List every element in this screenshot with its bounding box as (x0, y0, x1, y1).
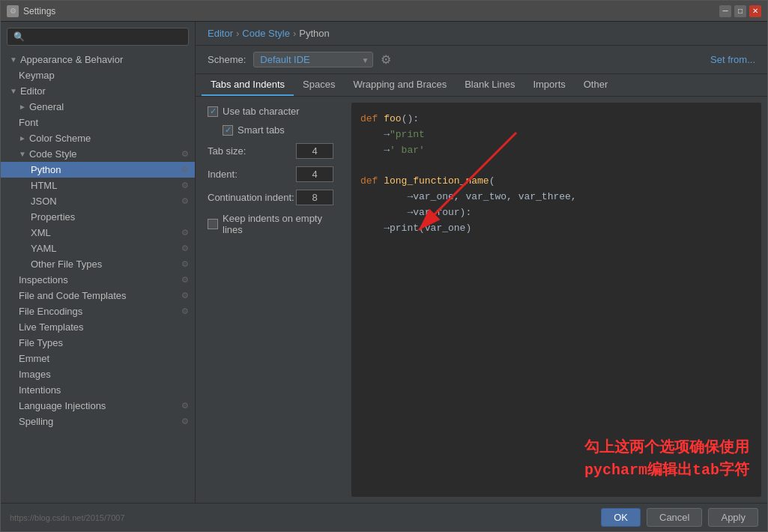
scheme-select-wrap: Default IDE (253, 52, 373, 67)
code-line-5: def long_function_name( (360, 174, 752, 190)
breadcrumb-code-style[interactable]: Code Style (242, 28, 290, 39)
sidebar-item-label: Intentions (19, 384, 189, 396)
tab-other[interactable]: Other (575, 74, 617, 96)
sidebar-item-label: Python (31, 164, 178, 175)
breadcrumb-editor[interactable]: Editor (208, 28, 233, 39)
sidebar-item-label: HTML (31, 180, 178, 191)
sidebar-item-label: Code Style (29, 148, 178, 160)
breadcrumb-sep-2: › (293, 28, 296, 39)
breadcrumb-sep-1: › (236, 28, 239, 39)
apply-button[interactable]: Apply (708, 508, 758, 527)
sidebar-item-label: Editor (20, 85, 189, 97)
sidebar-item-emmet[interactable]: Emmet (1, 351, 195, 366)
app-icon: ⚙ (7, 5, 19, 17)
code-line-8: →print(var_one) (360, 221, 752, 237)
sidebar-item-keymap[interactable]: Keymap (1, 67, 195, 83)
sidebar-item-label: Keymap (19, 70, 189, 81)
settings-icon: ⚙ (181, 244, 189, 253)
sidebar-item-file-encodings[interactable]: File Encodings ⚙ (1, 303, 195, 319)
code-line-3: →' bar' (360, 143, 752, 159)
continuation-indent-row: Continuation indent: (208, 190, 333, 205)
sidebar-item-intentions[interactable]: Intentions (1, 382, 195, 398)
expand-arrow: ▼ (10, 55, 17, 64)
sidebar-item-other-file-types[interactable]: Other File Types ⚙ (1, 256, 195, 272)
sidebar-item-label: General (29, 101, 189, 112)
bottom-bar: https://blog.csdn.net/2015/7007 OK Cance… (1, 503, 767, 531)
window-title: Settings (23, 6, 719, 16)
sidebar-item-xml[interactable]: XML ⚙ (1, 225, 195, 241)
use-tab-character-label[interactable]: Use tab character (208, 106, 300, 117)
search-box[interactable]: 🔍 (7, 28, 189, 46)
sidebar-item-images[interactable]: Images (1, 366, 195, 382)
sidebar-item-inspections[interactable]: Inspections ⚙ (1, 272, 195, 288)
sidebar-item-language-injections[interactable]: Language Injections ⚙ (1, 398, 195, 414)
settings-icon: ⚙ (181, 306, 189, 316)
tab-size-input[interactable] (296, 143, 333, 159)
sidebar-item-appearance[interactable]: ▼ Appearance & Behavior (1, 52, 195, 67)
sidebar-item-file-types[interactable]: File Types (1, 335, 195, 351)
sidebar-item-label: Language Injections (19, 400, 178, 411)
tab-blank-lines[interactable]: Blank Lines (456, 74, 524, 96)
set-from-link[interactable]: Set from... (710, 54, 755, 65)
sidebar-item-live-templates[interactable]: Live Templates (1, 319, 195, 335)
breadcrumb: Editor › Code Style › Python (196, 22, 767, 46)
expand-arrow: ► (19, 134, 26, 142)
keep-indents-checkbox[interactable] (208, 219, 218, 229)
settings-icon: ⚙ (181, 417, 189, 426)
tab-size-row: Tab size: (208, 143, 333, 159)
tab-size-label: Tab size: (208, 145, 296, 157)
sidebar-item-label: File Types (19, 337, 189, 348)
continuation-indent-input[interactable] (296, 190, 333, 205)
sidebar-item-color-scheme[interactable]: ► Color Scheme (1, 130, 195, 146)
sidebar-item-label: Inspections (19, 274, 178, 285)
sidebar-item-label: File Encodings (19, 306, 178, 317)
sidebar-item-label: Appearance & Behavior (20, 54, 189, 65)
indent-input[interactable] (296, 166, 333, 182)
sidebar-item-yaml[interactable]: YAML ⚙ (1, 241, 195, 256)
gear-icon[interactable]: ⚙ (381, 52, 391, 67)
code-line-4 (360, 158, 752, 174)
cancel-button[interactable]: Cancel (647, 508, 702, 527)
use-tab-character-row: Use tab character (208, 106, 333, 117)
smart-tabs-checkbox[interactable] (223, 125, 233, 136)
sidebar-item-label: Live Templates (19, 321, 189, 333)
minimize-button[interactable]: ─ (719, 5, 731, 17)
scheme-row: Scheme: Default IDE ⚙ Set from... (196, 46, 767, 74)
indent-row: Indent: (208, 166, 333, 182)
tab-wrapping[interactable]: Wrapping and Braces (344, 74, 456, 96)
maximize-button[interactable]: □ (734, 5, 746, 17)
scheme-select[interactable]: Default IDE (253, 52, 373, 67)
sidebar-item-json[interactable]: JSON ⚙ (1, 193, 195, 209)
code-line-1: def foo(): (360, 112, 752, 127)
sidebar-item-html[interactable]: HTML ⚙ (1, 178, 195, 193)
settings-window: ⚙ Settings ─ □ ✕ 🔍 ▼ Appearance & Behavi… (0, 0, 768, 532)
sidebar-item-editor[interactable]: ▼ Editor (1, 83, 195, 99)
main-content: 🔍 ▼ Appearance & Behavior Keymap ▼ Edito… (1, 22, 767, 503)
code-line-7: →var_four): (360, 205, 752, 221)
tab-imports[interactable]: Imports (524, 74, 574, 96)
expand-arrow: ▼ (10, 87, 17, 95)
smart-tabs-label[interactable]: Smart tabs (223, 124, 285, 136)
indent-label: Indent: (208, 169, 296, 180)
titlebar: ⚙ Settings ─ □ ✕ (1, 1, 767, 22)
tab-spaces[interactable]: Spaces (294, 74, 344, 96)
use-tab-character-text: Use tab character (223, 106, 300, 117)
url-bar: https://blog.csdn.net/2015/7007 (10, 513, 125, 522)
sidebar-item-properties[interactable]: Properties (1, 209, 195, 225)
sidebar-item-label: Properties (31, 211, 189, 223)
sidebar-item-python[interactable]: Python ⚙ (1, 162, 195, 178)
sidebar-item-file-code-templates[interactable]: File and Code Templates ⚙ (1, 288, 195, 303)
ok-button[interactable]: OK (601, 508, 641, 527)
sidebar-item-label: Other File Types (31, 259, 178, 270)
keep-indents-label[interactable]: Keep indents on empty lines (208, 213, 333, 235)
sidebar-item-font[interactable]: Font (1, 115, 195, 130)
sidebar-item-spelling[interactable]: Spelling ⚙ (1, 414, 195, 429)
sidebar-item-general[interactable]: ► General (1, 99, 195, 115)
tab-tabs-and-indents[interactable]: Tabs and Indents (202, 74, 294, 96)
close-button[interactable]: ✕ (749, 5, 761, 17)
settings-icon: ⚙ (181, 401, 189, 411)
sidebar-item-code-style[interactable]: ▼ Code Style ⚙ (1, 146, 195, 162)
sidebar-item-label: Color Scheme (29, 133, 189, 144)
sidebar-item-label: Spelling (19, 416, 178, 427)
use-tab-character-checkbox[interactable] (208, 106, 218, 117)
